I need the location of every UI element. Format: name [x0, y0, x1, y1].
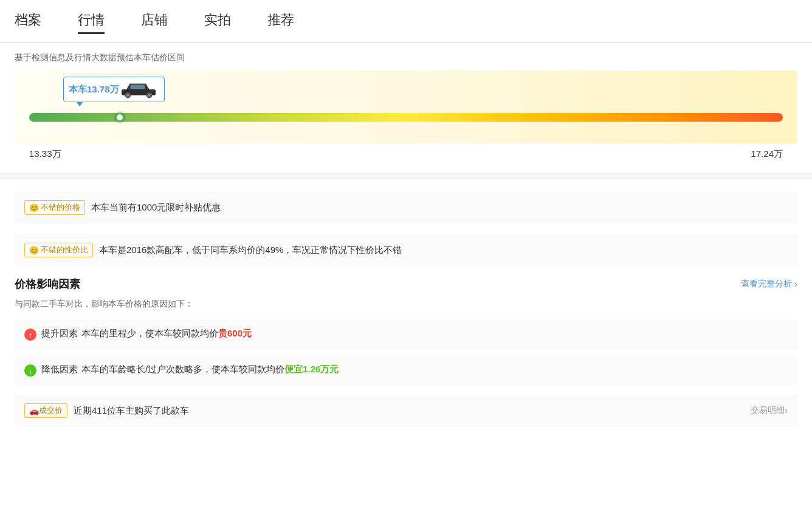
section-desc: 与同款二手车对比，影响本车价格的原因如下：	[15, 299, 797, 310]
section-header: 价格影响因素 查看完整分析 ›	[15, 277, 797, 291]
nav-item-profile[interactable]: 档案	[15, 11, 41, 32]
view-full-arrow: ›	[794, 279, 797, 290]
factor-label-2: 降低因素	[41, 364, 78, 375]
price-indicator	[115, 113, 125, 122]
tag-row-2: 😊 不错的性价比 本车是2016款高配车，低于同车系均价的49%，车况正常情况下…	[15, 234, 797, 266]
price-factors-section: 价格影响因素 查看完整分析 › 与同款二手车对比，影响本车价格的原因如下： ↑ …	[15, 277, 797, 426]
svg-point-3	[126, 94, 129, 97]
top-navigation: 档案 行情 店铺 实拍 推荐	[0, 0, 812, 43]
price-section-subtitle: 基于检测信息及行情大数据预估本车估价区间	[15, 52, 797, 63]
price-labels: 13.33万 17.24万	[29, 148, 783, 160]
transaction-row: 🚗 成交价 近期411位车主购买了此款车 交易明细 ›	[15, 395, 797, 426]
factor-item-1: ↑ 提升因素 本车的里程少，使本车较同款均价贵600元	[15, 319, 797, 349]
price-bar-section: 本车13.78万	[15, 71, 797, 144]
price-min-label: 13.33万	[29, 148, 61, 160]
transaction-text: 近期411位车主购买了此款车	[74, 405, 189, 417]
factor-item-2: ↓ 降低因素 本车的车龄略长/过户次数略多，使本车较同款均价便宜1.26万元	[15, 355, 797, 385]
section-title: 价格影响因素	[15, 277, 80, 291]
factor-label-1: 提升因素	[41, 328, 78, 339]
transaction-left: 🚗 成交价 近期411位车主购买了此款车	[24, 403, 189, 418]
tag-badge-2: 😊 不错的性价比	[24, 243, 93, 257]
nav-item-market[interactable]: 行情	[78, 11, 105, 32]
section-separator	[0, 172, 812, 179]
factor-desc-1: 本车的里程少，使本车较同款均价	[81, 328, 218, 338]
transaction-badge-label: 成交价	[39, 405, 63, 416]
factor-text-1: 本车的里程少，使本车较同款均价贵600元	[81, 328, 252, 339]
car-price-bubble: 本车13.78万	[63, 77, 165, 102]
main-content: 基于检测信息及行情大数据预估本车估价区间 本车13.78万 13.33	[0, 43, 812, 436]
tag-badge-1: 😊 不错的价格	[24, 200, 85, 215]
nav-item-store[interactable]: 店铺	[141, 11, 168, 32]
gradient-bar-container	[29, 113, 783, 122]
transaction-link-label: 交易明细	[751, 405, 785, 416]
transaction-detail-link[interactable]: 交易明细 ›	[751, 405, 788, 416]
view-full-analysis-link[interactable]: 查看完整分析 ›	[741, 279, 797, 290]
svg-rect-5	[130, 85, 145, 89]
tag-label-1: 不错的价格	[41, 202, 80, 213]
factor-arrow-up: ↑	[24, 328, 36, 341]
car-icon	[119, 80, 158, 99]
tag-emoji-2: 😊	[29, 246, 39, 255]
nav-item-realshot[interactable]: 实拍	[204, 11, 231, 32]
tag-label-2: 不错的性价比	[41, 245, 88, 255]
view-full-label: 查看完整分析	[741, 279, 792, 290]
price-max-label: 17.24万	[751, 148, 783, 160]
factor-amount-1: 贵600元	[218, 328, 252, 338]
tag-text-1: 本车当前有1000元限时补贴优惠	[91, 200, 221, 215]
tag-row-1: 😊 不错的价格 本车当前有1000元限时补贴优惠	[15, 192, 797, 223]
factor-amount-2: 便宜1.26万元	[284, 364, 339, 374]
transaction-badge: 🚗 成交价	[24, 403, 67, 418]
tag-emoji-1: 😊	[29, 203, 39, 212]
transaction-link-arrow: ›	[785, 406, 788, 415]
car-price-label: 本车13.78万	[69, 84, 119, 96]
factor-text-2: 本车的车龄略长/过户次数略多，使本车较同款均价便宜1.26万元	[81, 364, 339, 375]
svg-point-4	[148, 94, 151, 97]
price-gradient-bar	[29, 113, 783, 122]
tag-text-2: 本车是2016款高配车，低于同车系均价的49%，车况正常情况下性价比不错	[99, 243, 402, 257]
nav-item-recommend[interactable]: 推荐	[267, 11, 294, 32]
factor-arrow-down: ↓	[24, 364, 36, 377]
transaction-emoji: 🚗	[29, 406, 39, 415]
factor-desc-2: 本车的车龄略长/过户次数略多，使本车较同款均价	[81, 364, 284, 374]
